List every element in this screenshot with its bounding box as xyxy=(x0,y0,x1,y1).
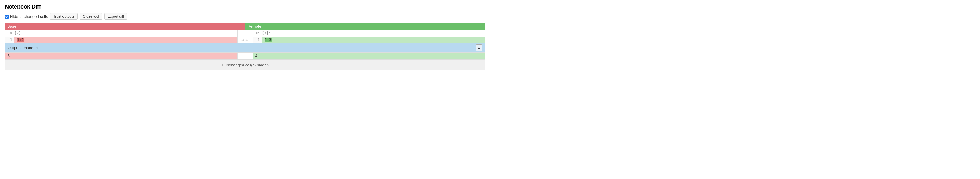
code-diff-row: 1 1+2 ⇒⇐ 1 1+3 xyxy=(5,37,485,43)
trust-outputs-button[interactable]: Trust outputs xyxy=(50,13,78,20)
base-code: 1+2 xyxy=(14,37,238,43)
hide-unchanged-checkbox[interactable] xyxy=(5,14,9,19)
output-base: 3 xyxy=(5,53,238,59)
output-remote: 4 xyxy=(253,53,485,59)
unchanged-hidden-row: 1 unchanged cell(s) hidden xyxy=(5,60,485,70)
output-spacer xyxy=(238,53,253,59)
page-container: Notebook Diff Hide unchanged cells Trust… xyxy=(0,0,490,72)
output-data-row: 3 4 xyxy=(5,53,485,60)
hide-unchanged-label[interactable]: Hide unchanged cells xyxy=(5,14,48,19)
hide-unchanged-text: Hide unchanged cells xyxy=(10,14,48,19)
cell-label-row: In [2]: In [3]: xyxy=(5,30,485,37)
unchanged-hidden-text: 1 unchanged cell(s) hidden xyxy=(221,63,269,67)
base-code-highlight: 1+2 xyxy=(17,38,24,42)
diff-header-base: Base xyxy=(5,23,245,30)
diff-header-remote: Remote xyxy=(245,23,485,30)
remote-code-highlight: 1+3 xyxy=(264,38,272,42)
remote-cell-label: In [3]: xyxy=(253,30,485,36)
base-line-num: 1 xyxy=(5,37,14,43)
remote-line-num: 1 xyxy=(253,37,262,43)
close-tool-button[interactable]: Close tool xyxy=(80,13,102,20)
arrow-icon: ⇒⇐ xyxy=(241,38,249,42)
toolbar: Hide unchanged cells Trust outputs Close… xyxy=(5,13,485,20)
outputs-changed-row: Outputs changed ▲ xyxy=(5,43,485,53)
remote-code: 1+3 xyxy=(262,37,485,43)
diff-header: Base Remote xyxy=(5,23,485,30)
collapse-button[interactable]: ▲ xyxy=(476,44,482,51)
page-title: Notebook Diff xyxy=(5,4,485,10)
diff-body: In [2]: In [3]: 1 1+2 ⇒⇐ 1 1+3 Outputs c… xyxy=(5,30,485,60)
diff-arrow: ⇒⇐ xyxy=(238,37,253,43)
export-diff-button[interactable]: Export diff xyxy=(104,13,127,20)
outputs-changed-label: Outputs changed xyxy=(8,46,476,50)
base-cell-label: In [2]: xyxy=(5,30,238,36)
